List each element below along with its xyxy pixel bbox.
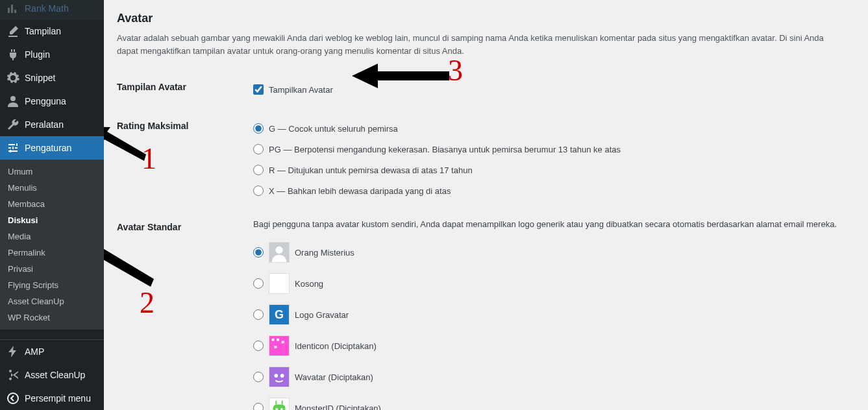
main-content: Avatar Avatar adalah sebuah gambar yang … <box>104 0 868 410</box>
sidebar-item-tools[interactable]: Peralatan <box>0 113 104 136</box>
sidebar-item-label: Snippet <box>25 73 55 83</box>
sidebar-item-label: Tampilan <box>25 26 61 36</box>
sidebar-item-users[interactable]: Pengguna <box>0 90 104 113</box>
sidebar-item-appearance[interactable]: Tampilan <box>0 19 104 43</box>
sidebar-item-label: Pengaturan <box>25 143 71 153</box>
plug-icon <box>6 48 19 61</box>
avatar-thumb-identicon <box>269 335 290 356</box>
rating-radio-r[interactable] <box>253 165 264 175</box>
section-avatar-desc: Avatar adalah sebuah gambar yang mewakil… <box>117 32 831 57</box>
default-avatar-radio-wavatar[interactable] <box>253 372 264 382</box>
sidebar-item-label: Rank Math <box>25 3 69 14</box>
submenu-item-reading[interactable]: Membaca <box>0 196 104 212</box>
submenu-item-permalink[interactable]: Permalink <box>0 245 104 261</box>
default-avatar-desc: Bagi pengguna tanpa avatar kustom sendir… <box>253 219 855 229</box>
gear-icon <box>6 71 19 84</box>
sidebar-item-amp[interactable]: AMP <box>0 340 104 363</box>
default-avatar-label-gravatar[interactable]: Logo Gravatar <box>295 310 349 320</box>
sidebar-item-label: Persempit menu <box>25 393 91 404</box>
sidebar-item-assetclean2[interactable]: Asset CleanUp <box>0 363 104 387</box>
submenu-item-media[interactable]: Media <box>0 228 104 245</box>
submenu-item-general[interactable]: Umum <box>0 163 104 180</box>
sidebar-item-label: AMP <box>25 346 44 357</box>
sidebar-item-label: Peralatan <box>25 119 64 130</box>
bolt-icon <box>6 345 19 358</box>
submenu-item-wprocket[interactable]: WP Rocket <box>0 309 104 326</box>
rating-label-x[interactable]: X — Bahkan lebih dewasa daripada yang di… <box>269 186 451 196</box>
collapse-icon <box>6 392 19 405</box>
avatar-thumb-mystery <box>269 242 290 263</box>
submenu-item-privacy[interactable]: Privasi <box>0 261 104 277</box>
sidebar-item-collapse[interactable]: Persempit menu <box>0 387 104 410</box>
show-avatar-checkbox[interactable] <box>253 84 264 95</box>
chart-icon <box>6 2 19 15</box>
avatar-thumb-wavatar <box>269 367 290 387</box>
sidebar-item-label: Asset CleanUp <box>25 370 85 380</box>
sliders-icon <box>6 141 19 154</box>
row-label-display: Tampilan Avatar <box>117 70 253 109</box>
brush-icon <box>6 25 19 38</box>
show-avatar-label[interactable]: Tampilkan Avatar <box>269 85 333 95</box>
avatar-thumb-gravatar: G <box>269 304 290 325</box>
settings-submenu: UmumMenulisMembacaDiskusiMediaPermalinkP… <box>0 160 104 330</box>
default-avatar-radio-monster[interactable] <box>253 403 264 410</box>
submenu-item-assetclean[interactable]: Asset CleanUp <box>0 293 104 309</box>
sidebar-item-settings[interactable]: Pengaturan <box>0 136 104 160</box>
default-avatar-radio-gravatar[interactable] <box>253 309 264 320</box>
default-avatar-label-monster[interactable]: MonsterID (Diciptakan) <box>295 404 381 411</box>
avatar-thumb-blank <box>269 273 290 294</box>
rating-label-pg[interactable]: PG — Berpotensi mengandung kekerasan. Bi… <box>269 145 621 154</box>
user-icon <box>6 95 19 108</box>
default-avatar-label-blank[interactable]: Kosong <box>295 279 323 289</box>
default-avatar-label-identicon[interactable]: Identicon (Diciptakan) <box>295 341 377 351</box>
sidebar-item-rankmath[interactable]: Rank Math <box>0 0 104 19</box>
default-avatar-radio-identicon[interactable] <box>253 341 264 351</box>
rating-radio-g[interactable] <box>253 123 264 134</box>
avatar-thumb-monster <box>269 398 290 410</box>
rating-label-r[interactable]: R — Ditujukan untuk pemirsa dewasa di at… <box>269 165 473 175</box>
scissors-icon <box>6 368 19 381</box>
default-avatar-radio-mystery[interactable] <box>253 247 264 258</box>
avatar-settings-table: Tampilan Avatar Tampilkan Avatar Rating … <box>117 70 855 410</box>
sidebar-item-label: Pengguna <box>25 96 66 106</box>
rating-label-g[interactable]: G — Cocok untuk seluruh pemirsa <box>269 124 398 134</box>
submenu-item-discussion[interactable]: Diskusi <box>0 212 104 228</box>
section-avatar-title: Avatar <box>117 0 855 32</box>
svg-point-0 <box>8 393 18 404</box>
default-avatar-label-mystery[interactable]: Orang Misterius <box>295 248 354 258</box>
sidebar-bottom: AMPAsset CleanUpPersempit menu <box>0 339 104 410</box>
wrench-icon <box>6 118 19 131</box>
sidebar-item-plugins[interactable]: Plugin <box>0 43 104 66</box>
default-avatar-radio-blank[interactable] <box>253 278 264 289</box>
row-label-rating: Rating Maksimal <box>117 109 253 210</box>
admin-sidebar: Rank Math TampilanPluginSnippetPenggunaP… <box>0 0 104 410</box>
sidebar-item-label: Plugin <box>25 49 50 60</box>
rating-radio-pg[interactable] <box>253 144 264 154</box>
row-label-default-avatar: Avatar Standar <box>117 210 253 410</box>
default-avatar-label-wavatar[interactable]: Wavatar (Diciptakan) <box>295 372 373 382</box>
rating-radio-x[interactable] <box>253 186 264 196</box>
sidebar-item-snippet[interactable]: Snippet <box>0 66 104 90</box>
submenu-item-flying[interactable]: Flying Scripts <box>0 277 104 293</box>
submenu-item-writing[interactable]: Menulis <box>0 180 104 196</box>
